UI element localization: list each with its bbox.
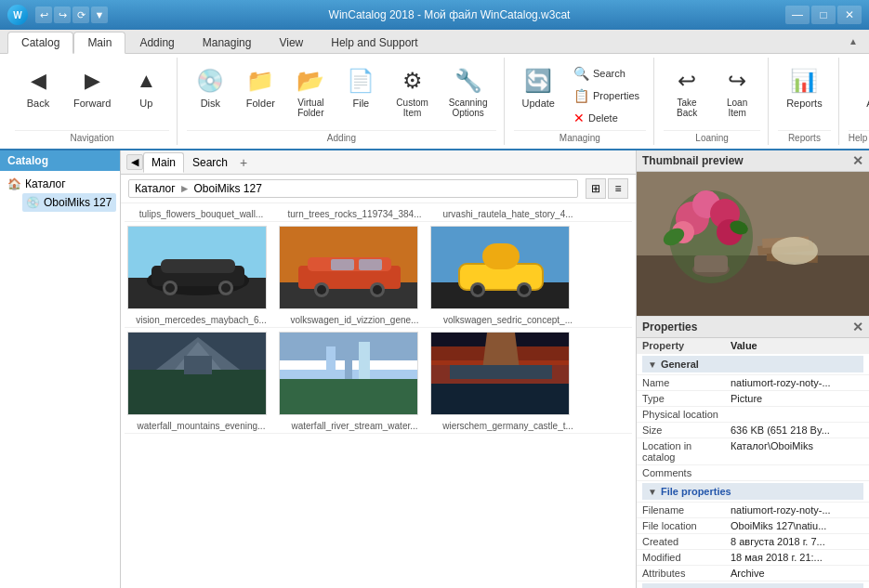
properties-label: Properties bbox=[593, 90, 639, 101]
breadcrumb-root: Каталог bbox=[135, 182, 176, 195]
delete-button[interactable]: ✕ Delete bbox=[567, 108, 646, 128]
prop-comments: Comments bbox=[637, 465, 869, 481]
tree-item-oboimiks[interactable]: 💿 OboiMiks 127 bbox=[22, 193, 116, 212]
custom-item-label: CustomItem bbox=[396, 98, 428, 118]
close-button[interactable]: ✕ bbox=[837, 6, 862, 24]
prop-name-val: natiumort-rozy-noty-... bbox=[725, 375, 869, 391]
settings-icon[interactable]: ▼ bbox=[91, 7, 108, 23]
tab-catalog[interactable]: Catalog bbox=[7, 32, 73, 54]
breadcrumb-bar: Каталог ► OboiMiks 127 ⊞ ≡ bbox=[121, 175, 636, 203]
fb-add-tab[interactable]: + bbox=[240, 155, 247, 170]
quick-access-toolbar: ↩ ↪ ⟳ ▼ bbox=[35, 7, 108, 23]
ribbon-collapse-button[interactable]: ▲ bbox=[845, 34, 862, 48]
refresh-icon[interactable]: ⟳ bbox=[72, 7, 89, 23]
thumb-row-1 bbox=[125, 222, 632, 313]
svg-rect-4 bbox=[161, 259, 235, 273]
prop-name-key: Name bbox=[637, 375, 725, 391]
adding-group-label: Adding bbox=[187, 130, 495, 145]
thumb-item-2[interactable] bbox=[276, 226, 420, 309]
disk-tree-icon: 💿 bbox=[26, 196, 40, 209]
back-button[interactable]: ◀ Back bbox=[15, 61, 61, 113]
fb-nav-left[interactable]: ◀ bbox=[126, 154, 143, 170]
file-props-collapse-icon: ▼ bbox=[648, 487, 657, 497]
fb-tab-main[interactable]: Main bbox=[143, 152, 184, 173]
help-buttons: ℹ About bbox=[857, 58, 869, 128]
prop-location: Location in catalog Каталог\OboiMiks bbox=[637, 438, 869, 465]
file-props-section-toggle[interactable]: ▼ File properties bbox=[642, 483, 863, 500]
svg-rect-38 bbox=[359, 342, 370, 379]
thumb-item-4[interactable] bbox=[125, 332, 269, 415]
tab-managing[interactable]: Managing bbox=[189, 32, 266, 53]
prop-attributes-key: Attributes bbox=[637, 566, 725, 581]
ribbon-group-navigation: ◀ Back ▶ Forward ▲ Up Navigation bbox=[7, 58, 178, 145]
prop-size-val: 636 KB (651 218 By... bbox=[725, 423, 869, 438]
breadcrumb-path[interactable]: Каталог ► OboiMiks 127 bbox=[128, 179, 578, 198]
disk-label: Disk bbox=[201, 98, 220, 109]
properties-button[interactable]: 📋 Properties bbox=[567, 85, 646, 106]
update-button[interactable]: 🔄 Update bbox=[514, 61, 563, 113]
filelabel-1: vision_mercedes_maybach_6... bbox=[125, 315, 278, 325]
thumb-item-6[interactable] bbox=[428, 332, 572, 415]
loan-item-button[interactable]: ↪ LoanItem bbox=[714, 61, 760, 123]
take-back-button[interactable]: ↩ TakeBack bbox=[664, 61, 710, 123]
take-back-icon: ↩ bbox=[672, 66, 702, 96]
disk-icon: 💿 bbox=[195, 66, 225, 96]
file-browser: ◀ Main Search + Каталог ► OboiMiks 127 ⊞… bbox=[121, 150, 637, 588]
virtual-folder-icon: 📂 bbox=[296, 66, 325, 96]
ribbon-tab-bar: Catalog Main Adding Managing View Help a… bbox=[0, 30, 869, 54]
file-button[interactable]: 📄 File bbox=[337, 61, 384, 113]
disk-button[interactable]: 💿 Disk bbox=[187, 61, 233, 113]
svg-point-25 bbox=[473, 285, 482, 294]
tab-view[interactable]: View bbox=[265, 32, 317, 53]
maximize-button[interactable]: □ bbox=[811, 6, 836, 24]
file-grid[interactable]: tulips_flowers_bouquet_wall... turn_tree… bbox=[121, 203, 636, 588]
thumb-item-3[interactable] bbox=[428, 226, 572, 309]
fb-tab-search[interactable]: Search bbox=[184, 152, 236, 173]
delete-icon: ✕ bbox=[573, 111, 585, 125]
tab-help[interactable]: Help and Support bbox=[317, 32, 431, 53]
back-label: Back bbox=[27, 98, 49, 109]
file-props-section-label: File properties bbox=[661, 486, 731, 497]
property-col-header: Property bbox=[637, 338, 725, 354]
up-button[interactable]: ▲ Up bbox=[123, 61, 169, 113]
window-title: WinCatalog 2018 - Мой файл WinCatalog.w3… bbox=[113, 8, 785, 21]
forward-button[interactable]: ▶ Forward bbox=[65, 61, 119, 113]
thumb-item-5[interactable] bbox=[276, 332, 420, 415]
forward-icon: ▶ bbox=[77, 66, 107, 96]
tab-main[interactable]: Main bbox=[73, 32, 125, 54]
folder-button[interactable]: 📁 Folder bbox=[237, 61, 283, 113]
about-icon: ℹ bbox=[865, 66, 869, 96]
svg-point-63 bbox=[771, 237, 818, 265]
thumbnail-4 bbox=[127, 332, 267, 415]
view-grid-button[interactable]: ⊞ bbox=[586, 178, 606, 199]
minimize-button[interactable]: — bbox=[785, 6, 810, 24]
prop-created: Created 8 августа 2018 г. 7... bbox=[637, 534, 869, 550]
tab-adding[interactable]: Adding bbox=[125, 32, 188, 53]
view-buttons: ⊞ ≡ bbox=[586, 178, 628, 199]
custom-item-button[interactable]: ⚙ CustomItem bbox=[388, 61, 436, 123]
reports-button[interactable]: 📊 Reports bbox=[778, 61, 831, 113]
thumbnail-preview-close[interactable]: ✕ bbox=[852, 153, 863, 168]
folder-icon: 📁 bbox=[245, 66, 275, 96]
view-list-button[interactable]: ≡ bbox=[608, 178, 628, 199]
file-label: File bbox=[352, 98, 369, 109]
disk-info-section-toggle[interactable]: ▼ Disk info bbox=[642, 583, 863, 588]
undo-icon[interactable]: ↩ bbox=[35, 7, 52, 23]
managing-buttons: 🔄 Update 🔍 Search 📋 Properties ✕ Delete bbox=[514, 58, 647, 128]
up-label: Up bbox=[139, 98, 152, 109]
car-image-1 bbox=[128, 227, 266, 308]
app-logo: W bbox=[7, 5, 28, 25]
redo-icon[interactable]: ↪ bbox=[54, 7, 71, 23]
search-button[interactable]: 🔍 Search bbox=[567, 63, 646, 84]
general-section-toggle[interactable]: ▼ General bbox=[642, 356, 863, 372]
value-col-header: Value bbox=[725, 338, 869, 354]
virtual-folder-button[interactable]: 📂 VirtualFolder bbox=[287, 61, 334, 123]
about-button[interactable]: ℹ About bbox=[857, 61, 869, 113]
thumbnail-3 bbox=[430, 226, 570, 309]
properties-title: Properties bbox=[642, 320, 697, 333]
svg-rect-32 bbox=[184, 356, 212, 374]
thumb-item-1[interactable] bbox=[125, 226, 269, 309]
properties-close[interactable]: ✕ bbox=[852, 320, 863, 334]
tree-item-root[interactable]: 🏠 Каталог bbox=[4, 175, 116, 193]
scanning-options-button[interactable]: 🔧 ScanningOptions bbox=[441, 61, 496, 123]
